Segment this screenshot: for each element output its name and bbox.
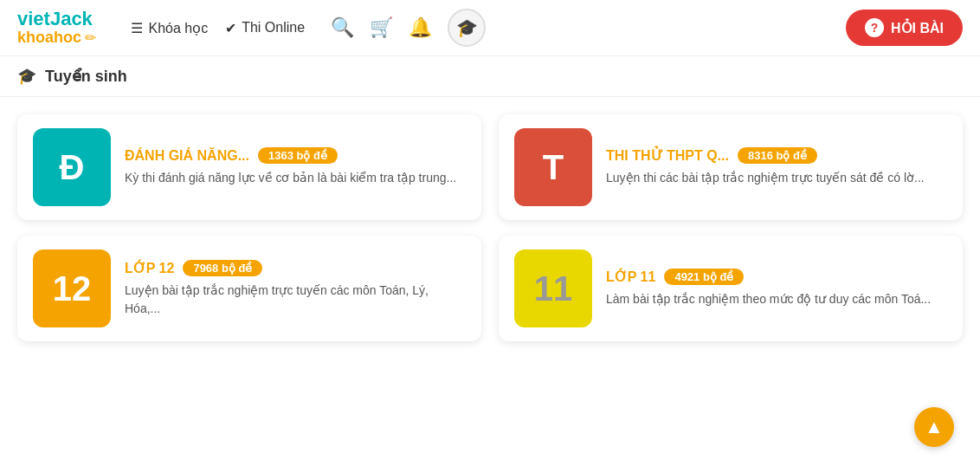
card-danh-gia-nang-luc[interactable]: Đ ĐÁNH GIÁ NĂNG... 1363 bộ đề Kỳ thi đán… (17, 114, 481, 220)
card-title-row-3: LỚP 12 7968 bộ đề (125, 260, 466, 276)
header: vietJack khoahoc ✏ ☰ Khóa học ✔ Thi Onli… (0, 0, 980, 56)
card-desc-3: Luyện bài tập trắc nghiệm trực tuyến các… (125, 282, 466, 318)
logo[interactable]: vietJack khoahoc ✏ (17, 9, 96, 47)
card-icon-t: T (514, 128, 592, 206)
nav-khoahoc-label: Khóa học (148, 20, 208, 36)
hoi-bai-button[interactable]: ? HỎI BÀI (846, 10, 963, 46)
cards-section: Đ ĐÁNH GIÁ NĂNG... 1363 bộ đề Kỳ thi đán… (0, 97, 980, 359)
card-lop-11[interactable]: 11 LỚP 11 4921 bộ đề Làm bài tập trắc ng… (499, 236, 963, 341)
card-badge-3: 7968 bộ đề (183, 260, 262, 276)
card-body-3: LỚP 12 7968 bộ đề Luyện bài tập trắc ngh… (125, 260, 466, 318)
cards-row-1: Đ ĐÁNH GIÁ NĂNG... 1363 bộ đề Kỳ thi đán… (17, 114, 963, 220)
bell-icon[interactable]: 🔔 (409, 16, 432, 39)
card-desc-2: Luyện thi các bài tập trắc nghiệm trực t… (606, 169, 947, 187)
card-title-row-1: ĐÁNH GIÁ NĂNG... 1363 bộ đề (125, 147, 466, 164)
card-icon-11: 11 (514, 249, 592, 327)
cards-row-2: 12 LỚP 12 7968 bộ đề Luyện bài tập trắc … (17, 236, 963, 341)
card-body-1: ĐÁNH GIÁ NĂNG... 1363 bộ đề Kỳ thi đánh … (125, 147, 466, 187)
menu-icon: ☰ (131, 20, 143, 36)
card-title-3: LỚP 12 (125, 260, 174, 276)
card-lop-12[interactable]: 12 LỚP 12 7968 bộ đề Luyện bài tập trắc … (17, 236, 481, 341)
avatar[interactable]: 🎓 (448, 9, 486, 47)
card-desc-1: Kỳ thi đánh giá năng lực về cơ bản là bà… (125, 169, 466, 187)
card-title-row-4: LỚP 11 4921 bộ đề (606, 269, 947, 285)
nav-khoahoc[interactable]: ☰ Khóa học (131, 20, 208, 36)
scroll-top-button[interactable]: ▲ (914, 407, 954, 447)
card-badge-2: 8316 bộ đề (738, 147, 817, 164)
question-icon: ? (865, 18, 884, 37)
tuyen-sinh-bar: 🎓 Tuyển sinh (0, 56, 980, 97)
search-icon[interactable]: 🔍 (331, 16, 354, 39)
header-icons: 🔍 🛒 🔔 🎓 (331, 9, 486, 47)
card-badge-1: 1363 bộ đề (258, 147, 338, 164)
card-body-4: LỚP 11 4921 bộ đề Làm bài tập trắc nghiệ… (606, 269, 947, 308)
tuyen-sinh-label: Tuyển sinh (45, 67, 127, 86)
card-title-4: LỚP 11 (606, 269, 655, 285)
card-title-row-2: THI THỬ THPT Q... 8316 bộ đề (606, 147, 947, 164)
hoi-bai-label: HỎI BÀI (891, 20, 944, 36)
check-icon: ✔ (225, 20, 236, 36)
card-icon-12: 12 (33, 249, 111, 327)
logo-vietjack: vietJack (17, 9, 96, 29)
avatar-image: 🎓 (456, 17, 478, 38)
card-title-1: ĐÁNH GIÁ NĂNG... (125, 148, 249, 164)
card-icon-d: Đ (33, 128, 111, 206)
pencil-icon: ✏ (85, 30, 96, 45)
card-desc-4: Làm bài tập trắc nghiệm theo mức độ tư d… (606, 290, 947, 308)
card-title-2: THI THỬ THPT Q... (606, 147, 729, 164)
cart-icon[interactable]: 🛒 (370, 16, 393, 39)
card-thi-thu-thpt[interactable]: T THI THỬ THPT Q... 8316 bộ đề Luyện thi… (499, 114, 963, 220)
logo-khoahoc: khoahoc ✏ (17, 29, 96, 47)
card-badge-4: 4921 bộ đề (664, 269, 744, 285)
tuyen-sinh-icon: 🎓 (17, 67, 36, 86)
nav-thionline[interactable]: ✔ Thi Online (225, 20, 305, 36)
nav-thionline-label: Thi Online (242, 20, 305, 36)
card-body-2: THI THỬ THPT Q... 8316 bộ đề Luyện thi c… (606, 147, 947, 187)
